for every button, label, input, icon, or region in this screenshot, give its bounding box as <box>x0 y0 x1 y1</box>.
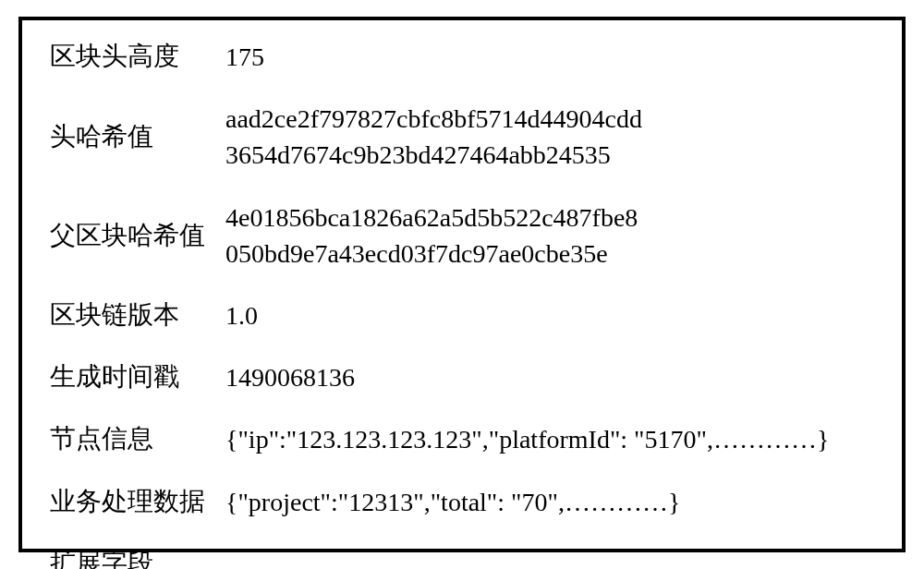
value-parent-hash-line1: 4e01856bca1826a62a5d5b522c487fbe8 <box>225 200 638 236</box>
value-timestamp: 1490068136 <box>225 359 355 395</box>
value-parent-hash-line2: 050bd9e7a43ecd03f7dc97ae0cbe35e <box>225 236 638 272</box>
row-business-data: 业务处理数据 {"project":"12313","total": "70",… <box>50 484 874 520</box>
value-node-info: {"ip":"123.123.123.123","platformId": "5… <box>225 421 829 457</box>
row-block-height: 区块头高度 175 <box>50 39 874 75</box>
value-header-hash: aad2ce2f797827cbfc8bf5714d44904cdd 3654d… <box>225 101 642 173</box>
block-info-panel: 区块头高度 175 头哈希值 aad2ce2f797827cbfc8bf5714… <box>18 17 906 552</box>
value-header-hash-line2: 3654d7674c9b23bd427464abb24535 <box>225 137 642 173</box>
label-chain-version: 区块链版本 <box>50 297 225 333</box>
label-timestamp: 生成时间戳 <box>50 359 225 394</box>
label-header-hash: 头哈希值 <box>50 119 225 154</box>
row-chain-version: 区块链版本 1.0 <box>50 297 874 333</box>
label-business-data: 业务处理数据 <box>50 484 225 519</box>
value-chain-version: 1.0 <box>225 297 258 333</box>
value-parent-hash: 4e01856bca1826a62a5d5b522c487fbe8 050bd9… <box>225 200 638 272</box>
row-timestamp: 生成时间戳 1490068136 <box>50 359 874 395</box>
value-header-hash-line1: aad2ce2f797827cbfc8bf5714d44904cdd <box>225 101 642 137</box>
label-block-height: 区块头高度 <box>50 39 225 74</box>
row-header-hash: 头哈希值 aad2ce2f797827cbfc8bf5714d44904cdd … <box>50 101 874 173</box>
label-node-info: 节点信息 <box>50 421 225 456</box>
label-parent-hash: 父区块哈希值 <box>50 218 225 253</box>
value-block-height: 175 <box>225 39 264 75</box>
label-extended-field: 扩展字段 <box>50 546 225 569</box>
row-extended-field: 扩展字段 <box>50 546 874 569</box>
value-business-data: {"project":"12313","total": "70",…………} <box>225 484 680 520</box>
row-parent-hash: 父区块哈希值 4e01856bca1826a62a5d5b522c487fbe8… <box>50 200 874 272</box>
row-node-info: 节点信息 {"ip":"123.123.123.123","platformId… <box>50 421 874 457</box>
